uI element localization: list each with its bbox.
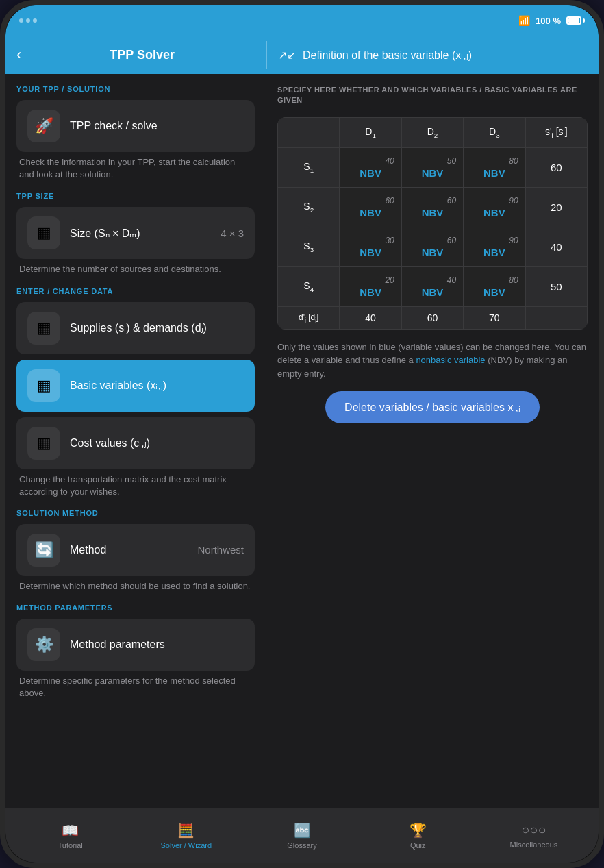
- tab-solver[interactable]: 🧮 Solver / Wizard: [128, 822, 244, 850]
- params-label: Method parameters: [70, 638, 244, 651]
- back-button[interactable]: ‹: [16, 46, 21, 64]
- cell-s3-d2[interactable]: 60 NBV: [401, 227, 463, 266]
- matrix-table: D1 D2 D3 s'i [si] S1: [277, 117, 588, 330]
- cell-s4-d3[interactable]: 80 NBV: [464, 266, 525, 306]
- cell-s1-d1[interactable]: 40 NBV: [340, 147, 401, 187]
- grid-icon: ▦: [27, 216, 60, 249]
- header-right-title: Definition of the basic variable (xᵢ,ⱼ): [303, 49, 472, 62]
- supplies-label: Supplies (sᵢ) & demands (dⱼ): [70, 321, 244, 334]
- delete-button[interactable]: Delete variables / basic variables xᵢ,ⱼ: [325, 391, 540, 423]
- row-header-s3: S3: [278, 227, 340, 266]
- row-header-s4: S4: [278, 266, 340, 306]
- cell-s3-d3[interactable]: 90 NBV: [464, 227, 525, 266]
- left-panel: YOUR TPP / SOLUTION 🚀 TPP check / solve …: [5, 74, 266, 808]
- device: 📶 100 % ‹ TPP Solver ↗↙ Definition of th…: [0, 0, 604, 868]
- header-d2: D2: [401, 117, 463, 147]
- supplies-item[interactable]: ▦ Supplies (sᵢ) & demands (dⱼ): [16, 302, 255, 354]
- cell-s4-supply: 50: [525, 266, 587, 306]
- cost-item[interactable]: ▦ Cost values (cᵢ,ⱼ): [16, 417, 255, 469]
- status-right: 📶 100 %: [518, 15, 585, 26]
- cell-s1-d2[interactable]: 50 NBV: [401, 147, 463, 187]
- status-dots: [19, 18, 37, 23]
- size-item[interactable]: ▦ Size (Sₙ × Dₘ) 4 × 3: [16, 207, 255, 259]
- basic-vars-text: Basic variables (xᵢ,ⱼ): [70, 379, 244, 392]
- supplies-grid-icon: ▦: [27, 312, 60, 345]
- cost-text: Cost values (cᵢ,ⱼ): [70, 436, 244, 449]
- size-desc: Determine the number of sources and dest…: [16, 263, 255, 275]
- section-enter: ENTER / CHANGE DATA: [16, 287, 255, 295]
- table-row: S1 40 NBV 50: [278, 147, 588, 187]
- tab-solver-label: Solver / Wizard: [161, 841, 212, 850]
- cost-icon: ▦: [27, 427, 60, 460]
- cell-s2-d2[interactable]: 60 NBV: [401, 187, 463, 227]
- tpp-check-label: TPP check / solve: [70, 120, 244, 132]
- cell-s1-supply: 60: [525, 147, 587, 187]
- header-left: ‹ TPP Solver: [5, 46, 266, 64]
- demand-empty: [525, 306, 587, 329]
- header-title: TPP Solver: [29, 48, 255, 62]
- tab-bar: 📖 Tutorial 🧮 Solver / Wizard 🔤 Glossary …: [5, 808, 599, 863]
- cell-s3-d1[interactable]: 30 NBV: [340, 227, 401, 266]
- method-icon: 🔄: [27, 534, 60, 567]
- table-row: d'j [dj] 40 60 70: [278, 306, 588, 329]
- method-value: Northwest: [197, 544, 244, 556]
- table-row: S4 20 NBV 40: [278, 266, 588, 306]
- demand-header: d'j [dj]: [278, 306, 340, 329]
- header-d3: D3: [464, 117, 525, 147]
- specify-text: SPECIFY HERE WHETHER AND WHICH VARIABLES…: [277, 85, 588, 106]
- matrix-header-row: D1 D2 D3 s'i [si]: [278, 117, 588, 147]
- cell-s3-supply: 40: [525, 227, 587, 266]
- demand-d2: 60: [401, 306, 463, 329]
- section-your-tpp: YOUR TPP / SOLUTION: [16, 85, 255, 93]
- matrix-container: D1 D2 D3 s'i [si] S1: [277, 117, 588, 330]
- section-params: METHOD PARAMETERS: [16, 604, 255, 612]
- params-item[interactable]: ⚙️ Method parameters: [16, 619, 255, 671]
- nonbasic-link[interactable]: nonbasic variable: [416, 355, 485, 365]
- tab-glossary[interactable]: 🔤 Glossary: [244, 822, 360, 850]
- tab-misc[interactable]: ○○○ Miscellaneous: [476, 822, 592, 849]
- table-row: S3 30 NBV 60: [278, 227, 588, 266]
- header-empty: [278, 117, 340, 147]
- tab-tutorial[interactable]: 📖 Tutorial: [12, 822, 128, 850]
- rocket-icon: 🚀: [27, 110, 60, 142]
- method-item[interactable]: 🔄 Method Northwest: [16, 524, 255, 576]
- basic-vars-icon: ▦: [27, 369, 60, 402]
- data-desc: Change the transportation matrix and the…: [16, 473, 255, 498]
- battery-icon: [566, 16, 585, 25]
- wifi-icon: 📶: [518, 15, 530, 26]
- tab-misc-label: Miscellaneous: [510, 841, 558, 849]
- row-header-s1: S1: [278, 147, 340, 187]
- params-text: Method parameters: [70, 638, 244, 651]
- tab-tutorial-label: Tutorial: [58, 841, 82, 850]
- tpp-check-item[interactable]: 🚀 TPP check / solve: [16, 100, 255, 152]
- main-content: YOUR TPP / SOLUTION 🚀 TPP check / solve …: [5, 74, 599, 808]
- section-method: SOLUTION METHOD: [16, 509, 255, 517]
- header-d1: D1: [340, 117, 401, 147]
- demand-d1: 40: [340, 306, 401, 329]
- cell-s1-d3[interactable]: 80 NBV: [464, 147, 525, 187]
- method-label: Method: [70, 544, 188, 556]
- right-panel: SPECIFY HERE WHETHER AND WHICH VARIABLES…: [266, 74, 599, 808]
- quiz-icon: 🏆: [410, 822, 427, 839]
- cell-s2-d1[interactable]: 60 NBV: [340, 187, 401, 227]
- status-bar: 📶 100 %: [5, 5, 599, 36]
- row-header-s2: S2: [278, 187, 340, 227]
- tutorial-icon: 📖: [62, 822, 79, 839]
- tab-quiz[interactable]: 🏆 Quiz: [360, 822, 476, 850]
- cell-s2-d3[interactable]: 90 NBV: [464, 187, 525, 227]
- cell-s4-d2[interactable]: 40 NBV: [401, 266, 463, 306]
- glossary-icon: 🔤: [294, 822, 311, 839]
- header-right: ↗↙ Definition of the basic variable (xᵢ,…: [267, 49, 599, 62]
- tpp-check-desc: Check the information in your TPP, start…: [16, 156, 255, 181]
- basic-vars-item[interactable]: ▦ Basic variables (xᵢ,ⱼ): [16, 360, 255, 412]
- info-text: Only the values shown in blue (variable …: [277, 340, 588, 381]
- cell-s2-supply: 20: [525, 187, 587, 227]
- size-label: Size (Sₙ × Dₘ): [70, 227, 211, 240]
- size-text: Size (Sₙ × Dₘ): [70, 227, 211, 240]
- method-text: Method: [70, 544, 188, 556]
- cost-label: Cost values (cᵢ,ⱼ): [70, 436, 244, 449]
- cell-s4-d1[interactable]: 20 NBV: [340, 266, 401, 306]
- battery-pct: 100 %: [536, 16, 561, 26]
- solver-icon: 🧮: [177, 822, 194, 839]
- misc-icon: ○○○: [521, 822, 546, 838]
